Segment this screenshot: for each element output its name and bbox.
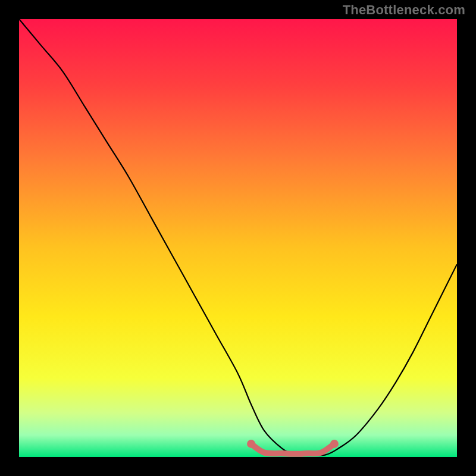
svg-point-1 xyxy=(330,440,339,448)
chart-canvas xyxy=(19,19,457,457)
svg-point-0 xyxy=(247,440,255,448)
gradient-background xyxy=(19,19,457,457)
watermark-text: TheBottleneck.com xyxy=(343,2,465,18)
